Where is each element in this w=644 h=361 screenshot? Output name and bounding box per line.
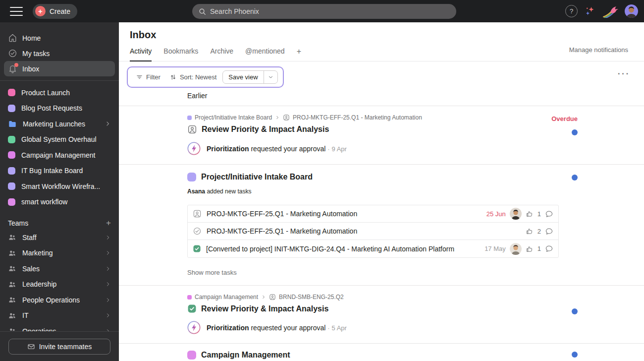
sidebar-project-product-launch[interactable]: Product Launch (0, 85, 119, 101)
tab-archive[interactable]: Archive (210, 47, 233, 61)
unread-dot[interactable] (572, 175, 578, 180)
digest-project-name: Campaign Management (201, 351, 290, 360)
notification-approval-2[interactable]: Campaign Management BRND-SMB-ENG-25.Q2 R… (119, 286, 644, 343)
sidebar-team-people-operations[interactable]: People Operations (0, 292, 119, 308)
sidebar-item-inbox[interactable]: Inbox (4, 61, 115, 76)
tab-mentioned[interactable]: @mentioned (245, 47, 285, 61)
tab-activity[interactable]: Activity (130, 47, 152, 61)
chevron-right-icon[interactable] (105, 235, 111, 241)
breadcrumb-task[interactable]: PROJ-MKTG-EFF-25.Q1 - Marketing Automati… (293, 114, 422, 121)
unread-dot[interactable] (572, 129, 578, 135)
like-button[interactable] (526, 245, 534, 253)
sidebar-project-campaign-management[interactable]: Campaign Management (0, 147, 119, 163)
notification-approval-1[interactable]: Project/Initiative Intake Board PROJ-MKT… (119, 106, 644, 164)
people-icon (8, 233, 16, 241)
project-name: smart workflow (21, 198, 67, 206)
activity-text: Prioritization requested your approval ·… (207, 324, 347, 332)
task-row[interactable]: PROJ-MKTG-EFF-25.Q1 - Marketing Automati… (188, 205, 558, 223)
people-icon (8, 264, 16, 273)
envelope-icon (27, 343, 35, 351)
tab-bookmarks[interactable]: Bookmarks (163, 47, 198, 61)
chevron-right-icon[interactable] (105, 266, 111, 272)
show-more-tasks-link[interactable]: Show more tasks (187, 269, 644, 276)
people-icon (8, 280, 16, 289)
sidebar-project-global-system-overhaul[interactable]: Global System Overhaul (0, 132, 119, 148)
chevron-right-icon[interactable] (105, 312, 111, 318)
like-button[interactable] (526, 210, 534, 218)
chevron-right-icon[interactable] (105, 281, 111, 287)
sidebar-team-it[interactable]: IT (0, 308, 119, 324)
chevron-down-icon (268, 74, 274, 80)
more-options-button[interactable]: ··· (618, 69, 630, 78)
view-toolbar: Filter Sort: Newest Save view (127, 66, 284, 88)
sidebar-team-leadership[interactable]: Leadership (0, 277, 119, 293)
project-color-swatch (8, 136, 15, 143)
sidebar-item-label: Inbox (22, 65, 39, 73)
filter-icon (136, 73, 143, 81)
team-name: Sales (22, 265, 40, 273)
digest-action: added new tasks (207, 188, 251, 195)
teams-header-label: Teams (8, 219, 28, 227)
sidebar-scroll-area[interactable]: Home My tasks Inbox Product Launch Blog … (0, 22, 119, 331)
sort-icon (169, 73, 177, 81)
add-tab-button[interactable]: + (297, 47, 301, 61)
project-color-swatch (8, 105, 15, 112)
team-name: Marketing (22, 249, 53, 257)
search-input[interactable]: Search Phoenix (192, 4, 456, 19)
sidebar-project-it-bug-intake-board[interactable]: IT Bug Intake Board (0, 163, 119, 179)
ai-sparkles-button[interactable] (584, 5, 596, 17)
sidebar-toggle-icon[interactable] (10, 7, 23, 16)
notification-project-digest-2[interactable]: Campaign Management (119, 344, 644, 361)
sidebar-item-label: Home (22, 34, 41, 42)
sidebar-team-operations[interactable]: Operations (0, 323, 119, 331)
search-placeholder: Search Phoenix (210, 7, 259, 15)
question-icon: ? (570, 7, 573, 15)
save-view-button[interactable]: Save view (223, 71, 263, 83)
project-name: Blog Post Requests (21, 104, 82, 112)
chevron-right-icon[interactable] (105, 250, 111, 256)
comment-bubble-icon (545, 244, 553, 253)
comment-button[interactable] (545, 227, 553, 236)
like-button[interactable] (526, 227, 534, 235)
sidebar-item-home[interactable]: Home (0, 30, 119, 46)
user-avatar-photo (625, 4, 638, 18)
teams-section-header: Teams + (0, 217, 119, 230)
breadcrumb-project[interactable]: Campaign Management (195, 294, 258, 301)
comment-button[interactable] (545, 244, 553, 253)
create-button-label: Create (50, 7, 70, 15)
task-meta: 25 Jun 1 (486, 208, 553, 220)
unread-dot[interactable] (572, 352, 578, 358)
phoenix-logo-button[interactable] (602, 5, 618, 18)
comment-button[interactable] (545, 210, 553, 218)
sidebar-project-blog-post-requests[interactable]: Blog Post Requests (0, 101, 119, 117)
sidebar-portfolio-marketing-launches[interactable]: Marketing Launches (0, 116, 119, 132)
breadcrumb-task[interactable]: BRND-SMB-ENG-25.Q2 (279, 294, 344, 301)
manage-notifications-link[interactable]: Manage notifications (569, 46, 628, 54)
invite-teammates-button[interactable]: Invite teammates (8, 339, 110, 355)
notification-project-digest[interactable]: Project/Initiative Intake Board Asana ad… (119, 165, 644, 285)
digest-project-name: Project/Initiative Intake Board (201, 173, 313, 181)
task-row[interactable]: PROJ-MKTG-EFF-25.Q1 - Marketing Automati… (188, 223, 558, 240)
approval-icon (269, 294, 276, 301)
unread-dot[interactable] (572, 308, 578, 314)
add-team-button[interactable]: + (106, 218, 111, 228)
sidebar-team-marketing[interactable]: Marketing (0, 245, 119, 261)
user-avatar[interactable] (625, 4, 638, 18)
help-button[interactable]: ? (565, 5, 578, 17)
sidebar-project-smart-workflow[interactable]: smart workflow (0, 194, 119, 210)
create-button[interactable]: + Create (33, 4, 77, 19)
task-row[interactable]: [Converted to project] INIT-MKTG-DIG-24.… (188, 240, 558, 257)
people-icon (8, 296, 16, 304)
sidebar-item-my-tasks[interactable]: My tasks (0, 46, 119, 61)
project-color-swatch (8, 89, 15, 96)
comment-bubble-icon (545, 210, 553, 218)
sidebar-team-sales[interactable]: Sales (0, 261, 119, 277)
breadcrumb-project[interactable]: Project/Initiative Intake Board (195, 114, 272, 121)
chevron-right-icon[interactable] (105, 120, 111, 127)
save-view-dropdown-button[interactable] (264, 71, 277, 83)
chevron-right-icon[interactable] (105, 297, 111, 303)
sort-button[interactable]: Sort: Newest (166, 71, 219, 83)
sidebar-project-smart-workflow-wireframe[interactable]: Smart Workflow Wirefra... (0, 179, 119, 194)
filter-button[interactable]: Filter (133, 71, 163, 83)
sidebar-team-staff[interactable]: Staff (0, 230, 119, 245)
